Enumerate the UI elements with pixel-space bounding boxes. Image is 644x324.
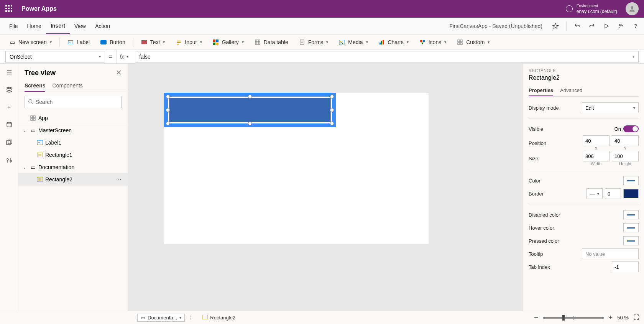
- menu-action[interactable]: Action: [90, 18, 115, 34]
- tree-item-rectangle2[interactable]: Rectangle2 ⋯: [18, 173, 128, 186]
- border-width-input[interactable]: 0: [605, 188, 621, 199]
- data-rail-icon[interactable]: [5, 120, 14, 130]
- status-selection[interactable]: Rectangle2: [199, 314, 239, 322]
- insert-gallery-button[interactable]: Gallery ▾: [208, 35, 248, 49]
- border-style-select[interactable]: —▾: [586, 188, 603, 199]
- color-swatch[interactable]: [623, 176, 639, 185]
- svg-rect-15: [255, 40, 260, 44]
- disabled-color-swatch[interactable]: [623, 210, 639, 219]
- chevron-down-icon: ▾: [126, 54, 128, 59]
- y-sublabel: Y: [612, 146, 639, 151]
- zoom-in-button[interactable]: +: [609, 314, 613, 322]
- insert-button-button[interactable]: Button: [96, 35, 130, 49]
- user-avatar[interactable]: [626, 2, 639, 15]
- play-icon[interactable]: [603, 22, 610, 30]
- svg-rect-27: [383, 40, 384, 44]
- tree-screen-masterscreen[interactable]: ⌄ ▭ MasterScreen: [18, 124, 128, 137]
- zoom-out-button[interactable]: −: [534, 314, 538, 322]
- menu-insert[interactable]: Insert: [46, 18, 70, 34]
- menu-bar: File Home Insert View Action FirstCanvas…: [0, 18, 644, 35]
- svg-point-40: [7, 159, 8, 160]
- position-x-input[interactable]: 40: [583, 135, 610, 146]
- share-icon[interactable]: [617, 22, 625, 30]
- insert-text-button[interactable]: Text ▾: [136, 35, 170, 49]
- resize-handle[interactable]: [330, 95, 334, 99]
- icons-icon: [419, 39, 426, 45]
- size-width-input[interactable]: 806: [583, 151, 610, 161]
- hamburger-icon[interactable]: ☰: [5, 67, 14, 77]
- tab-advanced[interactable]: Advanced: [560, 85, 582, 96]
- svg-rect-7: [141, 40, 147, 44]
- forms-icon: [299, 39, 305, 45]
- search-input[interactable]: Search: [25, 96, 122, 108]
- menu-home[interactable]: Home: [23, 18, 46, 34]
- new-screen-button[interactable]: ▭ New screen ▾: [5, 35, 56, 49]
- menu-file[interactable]: File: [5, 18, 23, 34]
- height-sublabel: Height: [612, 161, 639, 166]
- insert-media-button[interactable]: Media ▾: [334, 35, 372, 49]
- border-color-swatch[interactable]: [623, 189, 639, 198]
- insert-rail-icon[interactable]: +: [5, 103, 14, 112]
- tree-app-node[interactable]: App: [18, 112, 128, 124]
- status-screen-selector[interactable]: ▭ Documenta... ▾: [137, 314, 185, 322]
- insert-forms-button[interactable]: Forms ▾: [294, 35, 333, 49]
- more-options-icon[interactable]: ⋯: [116, 176, 122, 183]
- insert-custom-label: Custom: [466, 39, 485, 45]
- canvas-area[interactable]: [128, 64, 523, 311]
- tooltip-input[interactable]: No value: [582, 248, 639, 259]
- svg-point-0: [631, 6, 634, 9]
- tree-item-label1[interactable]: Label1: [18, 137, 128, 149]
- selected-rectangle[interactable]: [164, 93, 336, 127]
- tab-properties[interactable]: Properties: [529, 85, 553, 96]
- zoom-slider[interactable]: [543, 317, 604, 319]
- insert-label-button[interactable]: Label: [63, 35, 94, 49]
- insert-input-button[interactable]: Input ▾: [171, 35, 206, 49]
- close-panel-icon[interactable]: [116, 70, 122, 77]
- canvas-screen[interactable]: [164, 93, 429, 244]
- insert-datatable-button[interactable]: Data table: [250, 35, 293, 49]
- svg-rect-56: [202, 315, 208, 319]
- tabindex-input[interactable]: -1: [612, 262, 639, 272]
- app-checker-icon[interactable]: [552, 22, 559, 30]
- tab-components[interactable]: Components: [52, 80, 82, 92]
- fx-button[interactable]: fx ▾: [116, 50, 131, 63]
- pressed-color-swatch[interactable]: [623, 236, 639, 245]
- resize-handle[interactable]: [330, 108, 334, 112]
- insert-custom-button[interactable]: Custom ▾: [452, 35, 494, 49]
- resize-handle[interactable]: [330, 122, 334, 125]
- insert-icons-button[interactable]: Icons ▾: [415, 35, 451, 49]
- rectangle-icon: [202, 315, 208, 321]
- resize-handle[interactable]: [166, 95, 170, 99]
- tree-screen-documentation[interactable]: ⌄ ▭ Documentation: [18, 161, 128, 173]
- resize-handle[interactable]: [166, 122, 170, 125]
- help-icon[interactable]: [632, 22, 639, 30]
- advanced-tools-icon[interactable]: [5, 156, 14, 165]
- environment-selector[interactable]: Environment enayu.com (default): [566, 3, 617, 14]
- visible-label: Visible: [529, 126, 543, 132]
- display-mode-select[interactable]: Edit ▾: [582, 102, 639, 113]
- tab-screens[interactable]: Screens: [25, 80, 45, 92]
- chevron-down-icon: ▾: [632, 54, 634, 59]
- app-launcher-icon[interactable]: [5, 5, 13, 13]
- undo-icon[interactable]: [573, 22, 581, 30]
- svg-rect-55: [38, 178, 41, 181]
- fit-to-window-icon[interactable]: [633, 314, 639, 321]
- menu-view[interactable]: View: [70, 18, 90, 34]
- position-y-input[interactable]: 40: [612, 135, 639, 146]
- hover-color-swatch[interactable]: [623, 223, 639, 232]
- media-rail-icon[interactable]: [5, 138, 14, 147]
- resize-handle[interactable]: [248, 95, 252, 99]
- tree-view-icon[interactable]: [5, 85, 14, 94]
- redo-icon[interactable]: [588, 22, 596, 30]
- formula-input[interactable]: false ▾: [135, 51, 639, 62]
- resize-handle[interactable]: [248, 122, 252, 125]
- property-selector[interactable]: OnSelect ▾: [5, 51, 105, 62]
- svg-rect-47: [33, 116, 35, 118]
- resize-handle[interactable]: [166, 108, 170, 112]
- svg-line-45: [32, 102, 33, 104]
- size-height-input[interactable]: 100: [612, 151, 639, 161]
- visible-toggle[interactable]: [623, 125, 639, 132]
- insert-charts-button[interactable]: Charts ▾: [374, 35, 413, 49]
- tree-item-rectangle1[interactable]: Rectangle1: [18, 149, 128, 161]
- title-bar: Power Apps Environment enayu.com (defaul…: [0, 0, 644, 18]
